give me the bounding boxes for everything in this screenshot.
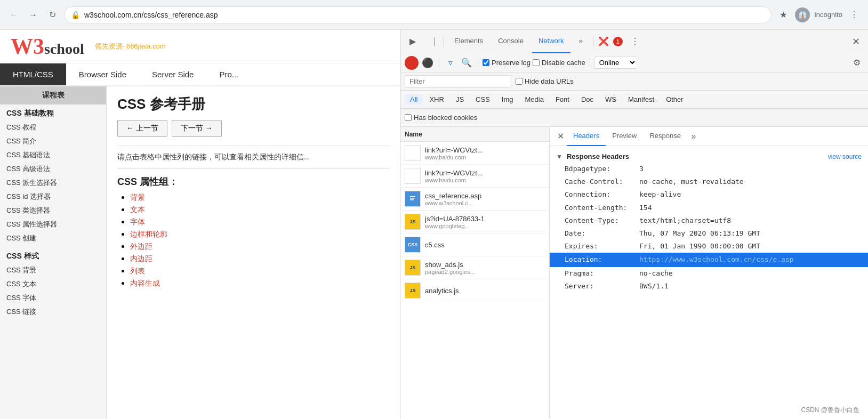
- header-value: no-cache, must-revalidate: [639, 177, 744, 187]
- devtools-topbar: ▶ ⎹ Elements Console Network » ❌ 1 ⋮ ✕: [400, 30, 868, 53]
- tab-more[interactable]: »: [573, 30, 589, 53]
- type-filter-doc[interactable]: Doc: [576, 94, 599, 104]
- clear-button[interactable]: ⚫: [421, 56, 435, 70]
- preserve-log-checkbox[interactable]: [483, 59, 489, 66]
- nav-html-css[interactable]: HTML/CSS: [0, 63, 66, 85]
- network-settings-button[interactable]: ⚙: [850, 56, 864, 70]
- sidebar-link-css-basic-syntax[interactable]: CSS 基础语法: [0, 148, 106, 162]
- w3-sidebar: 课程表 CSS 基础教程 CSS 教程 CSS 简介 CSS 基础语法 CSS …: [0, 86, 107, 419]
- request-item[interactable]: link?url=-WGVtzt... www.baidu.com: [400, 165, 549, 188]
- search-button[interactable]: 🔍: [460, 56, 473, 70]
- disable-cache-text: Disable cache: [542, 59, 585, 67]
- request-item[interactable]: JS show_ads.js pagead2.googles...: [400, 256, 549, 279]
- device-toggle-button[interactable]: ⎹: [423, 34, 439, 50]
- link-font[interactable]: 字体: [130, 217, 145, 226]
- request-item[interactable]: JS analytics.js: [400, 279, 549, 302]
- sidebar-link-css-bg[interactable]: CSS 背景: [0, 263, 106, 277]
- chrome-actions: ★ 👔 Incognito ⋮: [776, 7, 862, 22]
- link-padding[interactable]: 内边距: [130, 254, 152, 263]
- detail-tab-preview[interactable]: Preview: [606, 127, 643, 146]
- nav-browser-side[interactable]: Browser Side: [66, 63, 139, 85]
- link-border[interactable]: 边框和轮廓: [130, 230, 167, 238]
- detail-tab-headers[interactable]: Headers: [567, 127, 606, 146]
- nav-pro[interactable]: Pro...: [206, 63, 251, 85]
- detail-tab-response[interactable]: Response: [643, 127, 687, 146]
- type-filter-bar: All XHR JS CSS Img Media Font Doc WS Man…: [400, 91, 868, 109]
- devtools-close-button[interactable]: ✕: [848, 34, 864, 50]
- request-domain: www.baidu.com: [425, 177, 483, 183]
- menu-button[interactable]: ⋮: [847, 7, 862, 22]
- sidebar-link-css-tutorial[interactable]: CSS 教程: [0, 120, 106, 134]
- devtools-more-button[interactable]: ⋮: [627, 34, 643, 50]
- prev-page-button[interactable]: ← 上一节: [117, 120, 167, 137]
- close-detail-button[interactable]: ✕: [554, 130, 567, 143]
- blocked-cookies-checkbox[interactable]: [405, 114, 412, 121]
- sidebar-link-css-attr[interactable]: CSS 属性选择器: [0, 217, 106, 231]
- view-source-link[interactable]: view source: [828, 153, 862, 160]
- sidebar-link-css-font[interactable]: CSS 字体: [0, 291, 106, 305]
- element-picker-button[interactable]: ▶: [405, 34, 421, 50]
- error-icon: ❌: [598, 36, 609, 46]
- request-name: link?url=-WGVtzt...: [425, 169, 483, 177]
- link-margin[interactable]: 外边距: [130, 242, 152, 251]
- tab-console[interactable]: Console: [492, 30, 530, 53]
- filter-input[interactable]: [405, 75, 511, 88]
- bookmark-button[interactable]: ★: [776, 7, 791, 22]
- throttle-select[interactable]: Online Fast 3G Slow 3G: [594, 57, 637, 69]
- type-filter-js[interactable]: JS: [451, 94, 469, 104]
- next-page-button[interactable]: 下一节 →: [172, 120, 222, 137]
- record-button[interactable]: [405, 56, 419, 70]
- tab-network[interactable]: Network: [532, 30, 570, 53]
- reload-button[interactable]: ↻: [45, 7, 60, 22]
- sidebar-link-css-link[interactable]: CSS 链接: [0, 305, 106, 319]
- svg-rect-1: [410, 196, 415, 197]
- sidebar-link-css-derived[interactable]: CSS 派生选择器: [0, 176, 106, 190]
- link-list[interactable]: 列表: [130, 267, 145, 275]
- request-thumb: JS: [405, 214, 421, 230]
- filter-bar: Hide data URLs: [400, 72, 868, 91]
- type-filter-all[interactable]: All: [405, 94, 423, 104]
- request-item[interactable]: link?url=-WGVtzt... www.baidu.com: [400, 142, 549, 165]
- request-name: analytics.js: [425, 287, 459, 295]
- attribute-links: 背景 文本 字体 边框和轮廓 外边距 内边距 列表 内容生成: [117, 192, 389, 288]
- type-filter-other[interactable]: Other: [661, 94, 689, 104]
- response-headers-section[interactable]: ▼ Response Headers view source: [556, 150, 862, 163]
- browser-chrome: ← → ↻ 🔒 w3school.com.cn/css/css_referenc…: [0, 0, 868, 30]
- preserve-log-label[interactable]: Preserve log: [483, 59, 531, 67]
- header-name: Content-Length:: [565, 203, 639, 213]
- sidebar-link-css-create[interactable]: CSS 创建: [0, 231, 106, 245]
- header-value: 154: [639, 203, 652, 213]
- blocked-cookies-label[interactable]: Has blocked cookies: [405, 114, 477, 122]
- type-filter-css[interactable]: CSS: [470, 94, 495, 104]
- type-filter-media[interactable]: Media: [519, 94, 549, 104]
- sidebar-link-css-id[interactable]: CSS id 选择器: [0, 190, 106, 204]
- request-item[interactable]: CSS c5.css: [400, 233, 549, 256]
- tab-elements[interactable]: Elements: [448, 30, 489, 53]
- link-background[interactable]: 背景: [130, 193, 145, 202]
- type-filter-xhr[interactable]: XHR: [424, 94, 449, 104]
- filter-toggle-button[interactable]: ▿: [444, 56, 457, 70]
- disable-cache-label[interactable]: Disable cache: [533, 59, 585, 67]
- type-filter-font[interactable]: Font: [550, 94, 575, 104]
- sidebar-link-css-class[interactable]: CSS 类选择器: [0, 204, 106, 217]
- disable-cache-checkbox[interactable]: [533, 59, 540, 66]
- hide-data-urls-label[interactable]: Hide data URLs: [516, 77, 574, 85]
- request-item[interactable]: css_reference.asp www.w3school.c...: [400, 188, 549, 211]
- sidebar-link-css-intro[interactable]: CSS 简介: [0, 134, 106, 148]
- header-name: Bdpagetype:: [565, 164, 639, 174]
- request-item[interactable]: JS js?id=UA-878633-1 www.googletag...: [400, 211, 549, 233]
- link-content[interactable]: 内容生成: [130, 279, 160, 287]
- type-filter-manifest[interactable]: Manifest: [623, 94, 660, 104]
- website-panel: W3 school 领先资源· 666java.com HTML/CSS Bro…: [0, 30, 400, 419]
- header-name: Content-Type:: [565, 216, 639, 225]
- detail-tab-more[interactable]: »: [687, 130, 700, 143]
- type-filter-img[interactable]: Img: [496, 94, 519, 104]
- forward-button[interactable]: →: [26, 7, 41, 22]
- type-filter-ws[interactable]: WS: [600, 94, 622, 104]
- link-text[interactable]: 文本: [130, 205, 145, 214]
- nav-server-side[interactable]: Server Side: [139, 63, 206, 85]
- back-button[interactable]: ←: [6, 7, 21, 22]
- sidebar-link-css-advanced-syntax[interactable]: CSS 高级语法: [0, 162, 106, 176]
- sidebar-link-css-text[interactable]: CSS 文本: [0, 277, 106, 291]
- hide-data-urls-checkbox[interactable]: [516, 78, 523, 85]
